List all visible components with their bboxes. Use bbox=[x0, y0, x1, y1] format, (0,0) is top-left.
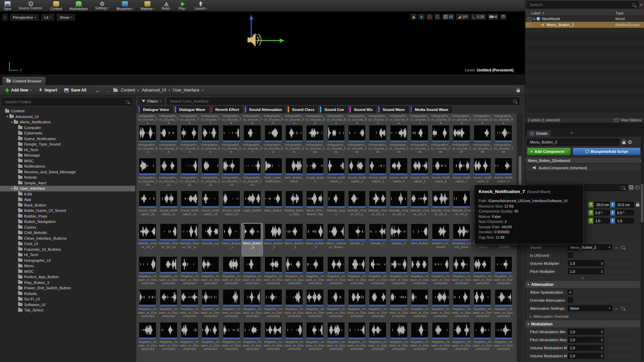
rotate-tool-button[interactable] bbox=[426, 13, 433, 20]
sidebar-folder-clean-interface-buttons[interactable]: Clean_Interface_Buttons bbox=[0, 236, 135, 241]
sidebar-folder-misc[interactable]: MISC bbox=[0, 269, 135, 275]
asset-tile-negative-answer-or-disconnected[interactable]: Negative_Answer_or_Disconnected bbox=[179, 289, 200, 322]
filter-chip-sound-cue[interactable]: Sound Cue bbox=[320, 106, 347, 113]
asset-tile-knock-notification-7[interactable]: Knock_Notification_7 bbox=[451, 158, 472, 190]
asset-tile-mech-rts-button-tap[interactable]: Mech_RTS_Button_Tap bbox=[305, 190, 325, 223]
asset-tile-negative-answer-or-disconnected[interactable]: Negative_Answer_or_Disconnected bbox=[305, 322, 325, 355]
asset-tile-menu-button-3[interactable]: Menu_Button_3 bbox=[284, 223, 305, 256]
asset-tile-negative-answer-or-disconnected[interactable]: Negative_Answer_or_Disconnected bbox=[179, 256, 200, 289]
asset-tile-menu-button-3[interactable]: Menu_Button_3 bbox=[263, 223, 283, 256]
navigate-back-button[interactable]: ← bbox=[95, 87, 101, 93]
spinbox-pitch-modulation-min[interactable]: 1.0 bbox=[568, 329, 604, 335]
asset-tile-holographic-ui-sounds-75[interactable]: Holographic_UI_Sounds_75 bbox=[158, 114, 179, 125]
asset-tile-holographic-ui-sounds-86[interactable]: Holographic_UI_Sounds_86 bbox=[388, 114, 409, 125]
asset-tile-icicle-laser-notification[interactable]: Icicle_Laser_Notification bbox=[263, 158, 283, 190]
sidebar-folder-battle-game-ui-sound[interactable]: Battle_Game_UI_Sound bbox=[0, 208, 135, 214]
asset-tile-holographic-ui-sounds-112[interactable]: Holographic_UI_Sounds_112 bbox=[179, 158, 200, 190]
asset-tile-negative-answer-or-disconnected[interactable]: Negative_Answer_or_Disconnected bbox=[326, 322, 346, 355]
blueprint-add-script-button[interactable]: Blueprint/Add Script bbox=[573, 147, 641, 155]
spinbox-volume-modulation-min[interactable]: 1.0 bbox=[568, 345, 604, 351]
filter-chip-sound-wave[interactable]: Sound Wave bbox=[378, 106, 408, 113]
asset-tile-knock-notification-4[interactable]: Knock_Notification_4 bbox=[388, 158, 409, 190]
use-selected-icon[interactable]: ← bbox=[614, 245, 619, 249]
outliner-row-menu-button-2[interactable]: Menu_Button_2AmbientSound bbox=[525, 22, 644, 28]
spinner-arrows-icon[interactable] bbox=[600, 337, 604, 342]
asset-tile-negative-answer-or-disconnected[interactable]: Negative_Answer_or_Disconnected bbox=[305, 289, 325, 322]
lock-icon[interactable] bbox=[636, 204, 639, 206]
asset-tile-holographic-ui-sounds-78[interactable]: Holographic_UI_Sounds_78 bbox=[221, 114, 242, 125]
transform-z-value[interactable]: 10.0 cm bbox=[615, 202, 634, 207]
asset-tile-knock-notification-14[interactable]: Knock_Notification_14 bbox=[221, 190, 242, 223]
sidebar-folder-casino[interactable]: Casino bbox=[0, 225, 135, 230]
asset-tile-negative-answer-or-disconnected[interactable]: Negative_Answer_or_Disconnected bbox=[158, 322, 179, 355]
view-options-button[interactable]: View Options bbox=[614, 118, 641, 122]
asset-tile-holographic-ui-sounds-91[interactable]: Holographic_UI_Sounds_91 bbox=[493, 114, 514, 125]
sidebar-folder-robotic[interactable]: Robotic bbox=[0, 175, 135, 180]
outliner-column-type[interactable]: Type bbox=[613, 11, 644, 15]
toolbar-launch-button[interactable]: Launch▾ bbox=[191, 0, 211, 11]
sidebar-folder-hi-tech[interactable]: Hi_Tech bbox=[0, 147, 135, 153]
asset-tile-negative-answer-or-disconnected[interactable]: Negative_Answer_or_Disconnected bbox=[137, 256, 158, 289]
sidebar-folder-alerts-notification[interactable]: ▾Alerts_Notification bbox=[0, 119, 135, 125]
sidebar-folder-content[interactable]: Content bbox=[0, 108, 135, 114]
folder-search-input[interactable] bbox=[2, 98, 132, 105]
asset-tile-negative-answer-or-disconnected[interactable]: Negative_Answer_or_Disconnected bbox=[388, 322, 409, 355]
transform-y-value[interactable]: 1.0 bbox=[594, 218, 610, 224]
asset-tile-negative-answer-or-disconnected[interactable]: Negative_Answer_or_Disconnected bbox=[284, 289, 305, 322]
spinner-arrows-icon[interactable] bbox=[600, 269, 604, 274]
viewport-lit-button[interactable]: Lit▾ bbox=[41, 13, 55, 21]
asset-tile-holographic-ui-sounds-96[interactable]: Holographic_UI_Sounds_96 bbox=[221, 125, 242, 158]
asset-tile-negative-answer-or-disconnected[interactable]: Negative_Answer_or_Disconnected bbox=[493, 256, 514, 289]
asset-tile-negative-answer-or-disconnected[interactable]: Negative_Answer_or_Disconnected bbox=[221, 322, 242, 355]
asset-tile-holographic-ui-sounds-84[interactable]: Holographic_UI_Sounds_84 bbox=[346, 114, 367, 125]
level-viewport[interactable]: ▾ Perspective▾Lit▾Show▾ 10 10° 0.25 4 bbox=[0, 11, 525, 74]
asset-tile-holographic-ui-sounds-88[interactable]: Holographic_UI_Sounds_88 bbox=[430, 114, 451, 125]
asset-tile-holographic-ui-sounds-76[interactable]: Holographic_UI_Sounds_76 bbox=[179, 114, 200, 125]
asset-tile-metalic-3[interactable]: Metalic_3 bbox=[388, 223, 409, 256]
viewport-perspective-button[interactable]: Perspective▾ bbox=[10, 13, 40, 21]
toolbar-marketplace-button[interactable]: Marketplace bbox=[66, 0, 91, 11]
asset-tile-menu-selection-button[interactable]: Menu_Selection_Button bbox=[326, 223, 346, 256]
sidebar-folder-chill-melodic[interactable]: Chill_Melodic bbox=[0, 230, 135, 236]
sidebar-folder-sci-fi-ui[interactable]: Sci-Fi_UI bbox=[0, 296, 135, 302]
asset-tile-melodic-power-on-11[interactable]: Melodic_Power_On_11 bbox=[179, 223, 200, 256]
asset-tile-holographic-ui-sounds-87[interactable]: Holographic_UI_Sounds_87 bbox=[409, 114, 430, 125]
asset-tile-melodic-power-on-3[interactable]: Melodic_Power_On_3 bbox=[388, 190, 409, 223]
asset-tile-melodic-power-on-5[interactable]: Melodic_Power_On_5 bbox=[430, 190, 451, 223]
asset-tile-negative-answer-or-disconnected[interactable]: Negative_Answer_or_Disconnected bbox=[493, 322, 514, 355]
sidebar-folder-notifications[interactable]: Notifications bbox=[0, 164, 135, 169]
asset-tile-holographic-ui-sounds-85[interactable]: Holographic_UI_Sounds_85 bbox=[367, 114, 388, 125]
asset-tile-morphed-game-snow[interactable]: Morphed_Game_Snow bbox=[451, 223, 472, 256]
outliner-column-label[interactable]: Label ▲ bbox=[525, 11, 613, 15]
asset-tile-holographic-ui-sounds-109[interactable]: Holographic_UI_Sounds_109 bbox=[493, 125, 514, 158]
asset-tile-holographic-ui-sounds-103[interactable]: Holographic_UI_Sounds_103 bbox=[367, 125, 388, 158]
asset-tile-knock-notification-1[interactable]: Knock_Notification_1 bbox=[326, 158, 346, 190]
asset-tile-metalic-2[interactable]: Metalic_2 bbox=[367, 223, 388, 256]
add-component-button[interactable]: + Add Component ▾ bbox=[527, 147, 571, 155]
spinner-arrows-icon[interactable] bbox=[600, 353, 604, 358]
asset-tile-knock-notification-3[interactable]: Knock_Notification_3 bbox=[367, 158, 388, 190]
sidebar-folder-power-drill-switch-button[interactable]: Power_Drill_Switch_Button bbox=[0, 285, 135, 291]
asset-tile-menu-button-1[interactable]: Menu_Button_1 bbox=[221, 223, 242, 256]
asset-tile-knock-notification-12[interactable]: Knock_Notification_12 bbox=[179, 190, 200, 223]
breadcrumb-item-user-interface[interactable]: User_Interface bbox=[173, 88, 200, 93]
sidebar-folder-bubble-pops[interactable]: Bubble_Pops bbox=[0, 214, 135, 219]
toolbar-save-button[interactable]: Save bbox=[0, 0, 15, 11]
sidebar-folder-perfect-app-button[interactable]: Perfect_App_Button bbox=[0, 274, 135, 280]
asset-tile-mini-button[interactable]: Mini_Button bbox=[409, 223, 430, 256]
import-button[interactable]: Import bbox=[37, 87, 59, 94]
sidebar-folder-message[interactable]: Message bbox=[0, 153, 135, 158]
asset-tile-negative-answer-or-disconnected[interactable]: Negative_Answer_or_Disconnected bbox=[179, 322, 200, 355]
asset-tile-negative-answer-or-disconnected[interactable]: Negative_Answer_or_Disconnected bbox=[430, 256, 451, 289]
asset-tile-holographic-ui-sounds-83[interactable]: Holographic_UI_Sounds_83 bbox=[326, 114, 346, 125]
details-expander[interactable]: ▾ bbox=[525, 276, 640, 281]
sidebar-folder-tab-select[interactable]: Tab_Select bbox=[0, 307, 135, 313]
sidebar-folder-8-bit[interactable]: 8-Bit bbox=[0, 191, 135, 197]
asset-tile-holographic-ui-sounds-94[interactable]: Holographic_UI_Sounds_94 bbox=[179, 125, 200, 158]
asset-tile-item-button-mech[interactable]: Item_Button_Mech bbox=[284, 158, 305, 190]
spinbox-pitch-multiplier[interactable]: 1.0 bbox=[568, 268, 604, 274]
filters-button[interactable]: Filters ▾ bbox=[139, 98, 164, 105]
component-tree-root[interactable]: Menu_Button_2(Instance) ▾ bbox=[525, 157, 644, 164]
save-all-button[interactable]: Save All bbox=[62, 87, 88, 94]
asset-tile-negative-answer-or-disconnected[interactable]: Negative_Answer_or_Disconnected bbox=[242, 256, 263, 289]
